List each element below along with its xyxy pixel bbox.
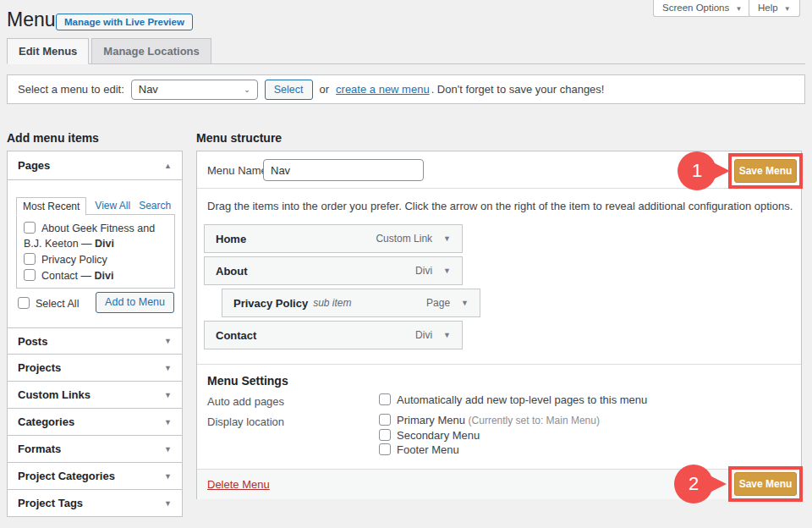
display-location-label: Display location: [207, 415, 284, 428]
menu-item-subitem-note: sub item: [313, 297, 351, 309]
menu-item-type: Custom Link: [376, 233, 432, 245]
save-menu-button-top[interactable]: Save Menu: [734, 159, 797, 183]
auto-add-pages-option-label: Automatically add new top-level pages to…: [397, 393, 647, 406]
annotation-number: 1: [692, 160, 702, 182]
tab-edit-menus[interactable]: Edit Menus: [7, 38, 89, 64]
nav-tab-bar: Edit Menus Manage Locations: [7, 38, 805, 64]
delete-menu-link[interactable]: Delete Menu: [207, 478, 270, 491]
tab-most-recent[interactable]: Most Recent: [16, 197, 86, 216]
page-checkbox-privacy-policy[interactable]: [24, 253, 36, 265]
page-list-item: Privacy Policy: [24, 252, 167, 267]
save-changes-hint: . Don't forget to save your changes!: [431, 83, 605, 96]
select-all-row: Select All: [18, 297, 79, 310]
menu-item-label: Contact: [216, 329, 256, 342]
accordion-label: Posts: [18, 335, 47, 348]
accordion-formats[interactable]: Formats ▼: [7, 436, 183, 463]
auto-add-pages-checkbox[interactable]: [379, 393, 391, 405]
pages-panel-tabs: Most Recent View All Search: [16, 197, 171, 215]
accordion-custom-links[interactable]: Custom Links ▼: [7, 382, 183, 409]
add-menu-items-heading: Add menu items: [7, 131, 99, 145]
page-item-label: Contact —: [41, 270, 95, 282]
location-label: Primary Menu: [397, 414, 465, 426]
chevron-down-icon: ▼: [164, 418, 172, 426]
menu-structure-box: Menu Name Drag the items into the order …: [196, 151, 802, 499]
drag-hint-text: Drag the items into the order you prefer…: [207, 200, 793, 212]
display-location-primary: Primary Menu (Currently set to: Main Men…: [379, 414, 600, 426]
footer-menu-checkbox[interactable]: [379, 443, 391, 455]
annotation-pin-2: 2: [674, 465, 713, 503]
menu-item-label: About: [216, 265, 248, 278]
pages-panel-title: Pages: [18, 159, 50, 172]
display-location-footer: Footer Menu: [379, 443, 459, 456]
select-menu-button[interactable]: Select: [265, 80, 313, 100]
chevron-down-icon: ▼: [164, 391, 172, 399]
menu-item-home[interactable]: Home Custom Link ▼: [204, 224, 463, 253]
save-menu-button-bottom[interactable]: Save Menu: [734, 472, 797, 496]
page-item-label: About Geek Fitness and B.J. Keeton —: [24, 223, 155, 250]
accordion-project-categories[interactable]: Project Categories ▼: [7, 463, 183, 490]
menu-item-type: Divi: [415, 265, 432, 277]
select-all-label: Select All: [36, 298, 79, 310]
menu-item-contact[interactable]: Contact Divi ▼: [204, 321, 463, 349]
menu-item-type: Page: [426, 297, 450, 309]
accordion-posts[interactable]: Posts ▼: [7, 327, 183, 355]
or-text: or: [320, 83, 330, 96]
menu-item-privacy-policy-sub[interactable]: Privacy Policy sub item Page ▼: [222, 289, 480, 317]
location-label: Secondary Menu: [397, 429, 480, 442]
chevron-up-icon[interactable]: ▲: [164, 162, 172, 170]
chevron-down-icon: ▼: [164, 472, 172, 481]
save-menu-highlight-box-1: Save Menu: [728, 153, 803, 189]
select-all-checkbox[interactable]: [18, 297, 30, 309]
accordion-label: Formats: [18, 443, 61, 455]
chevron-down-icon[interactable]: ▼: [461, 299, 469, 307]
help-button[interactable]: Help ▼: [749, 0, 800, 17]
chevron-down-icon[interactable]: ▼: [443, 331, 451, 339]
select-menu-label: Select a menu to edit:: [18, 83, 124, 96]
menu-name-input[interactable]: [263, 159, 424, 181]
settings-divider: [197, 364, 801, 365]
add-to-menu-button[interactable]: Add to Menu: [96, 292, 174, 313]
menu-item-about[interactable]: About Divi ▼: [204, 256, 463, 285]
accordion-categories[interactable]: Categories ▼: [7, 409, 183, 436]
auto-add-pages-option: Automatically add new top-level pages to…: [379, 393, 647, 406]
pages-panel-header[interactable]: Pages ▲: [8, 151, 182, 180]
chevron-down-icon: ▼: [164, 364, 172, 372]
page-checkbox-about[interactable]: [24, 222, 36, 234]
manage-live-preview-button[interactable]: Manage with Live Preview: [56, 14, 193, 30]
page-item-label: Privacy Policy: [41, 254, 107, 266]
menu-select-value: Nav: [139, 83, 158, 96]
page-checkbox-contact[interactable]: [24, 269, 36, 281]
tab-manage-locations[interactable]: Manage Locations: [91, 38, 211, 64]
primary-menu-checkbox[interactable]: [379, 414, 391, 426]
create-new-menu-link[interactable]: create a new menu: [336, 83, 430, 96]
location-note: (Currently set to: Main Menu): [469, 415, 600, 426]
accordion-label: Project Tags: [18, 497, 83, 509]
menu-item-label: Home: [216, 233, 246, 245]
annotation-pin-1: 1: [678, 151, 716, 190]
menu-item-type: Divi: [415, 329, 432, 341]
tab-search[interactable]: Search: [139, 200, 171, 215]
pages-checkbox-list: About Geek Fitness and B.J. Keeton — Div…: [16, 214, 175, 289]
accordion-label: Custom Links: [18, 388, 91, 401]
tab-view-all[interactable]: View All: [95, 200, 130, 215]
screen-options-button[interactable]: Screen Options ▼: [653, 0, 751, 17]
accordion-projects[interactable]: Projects ▼: [7, 355, 183, 382]
chevron-down-icon: ▼: [164, 499, 172, 508]
chevron-down-icon[interactable]: ▼: [443, 267, 451, 275]
accordion-label: Projects: [18, 361, 61, 374]
page-item-label-bold: Divi: [95, 270, 114, 282]
chevron-down-icon: ▼: [784, 5, 791, 13]
menu-settings-heading: Menu Settings: [207, 374, 288, 388]
chevron-down-icon: ▼: [164, 445, 172, 454]
menu-name-label: Menu Name: [207, 164, 267, 177]
wp-admin-menus-screen: Menus Manage with Live Preview Screen Op…: [0, 0, 812, 528]
menu-select-dropdown[interactable]: Nav ⌄: [131, 80, 258, 100]
page-list-item: Contact — Divi: [24, 268, 167, 283]
save-menu-highlight-box-2: Save Menu: [728, 466, 803, 502]
chevron-down-icon[interactable]: ▼: [443, 234, 451, 243]
page-item-label-bold: Divi: [95, 238, 114, 250]
accordion-label: Project Categories: [18, 470, 115, 482]
auto-add-pages-label: Auto add pages: [207, 395, 284, 408]
secondary-menu-checkbox[interactable]: [379, 429, 391, 441]
accordion-project-tags[interactable]: Project Tags ▼: [7, 490, 183, 517]
